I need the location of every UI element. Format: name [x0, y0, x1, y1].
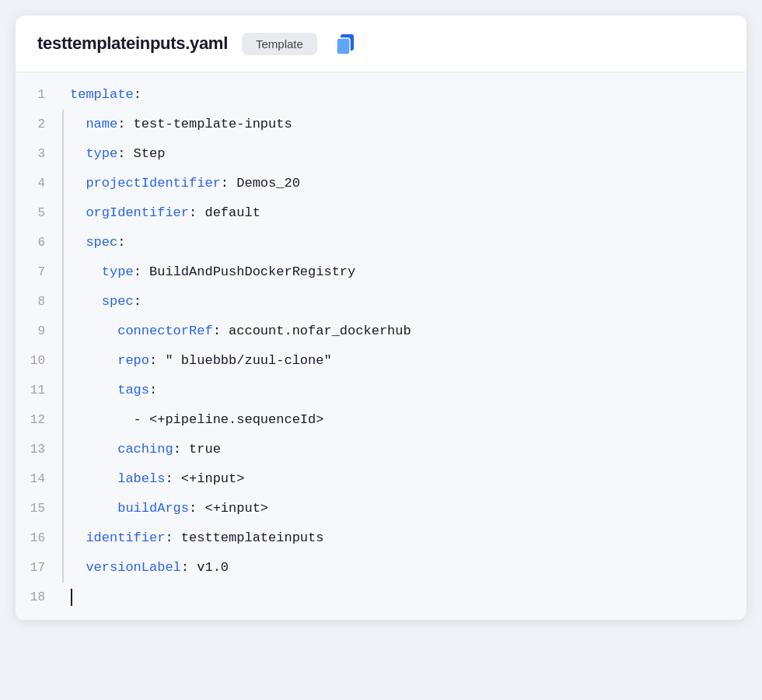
line-number: 2: [16, 110, 62, 139]
value-token: : v1.0: [181, 560, 229, 575]
code-line: 6 spec:: [16, 228, 746, 257]
keyword-token: name: [70, 117, 117, 131]
copy-icon[interactable]: [331, 30, 359, 58]
keyword-token: labels: [70, 471, 165, 486]
code-content: versionLabel: v1.0: [64, 553, 746, 583]
value-token: : <+input>: [165, 471, 244, 486]
code-line: 18: [16, 583, 746, 612]
line-number: 10: [16, 346, 62, 376]
code-content: tags:: [64, 376, 746, 405]
line-number: 1: [16, 80, 62, 110]
keyword-token: template: [70, 87, 134, 102]
code-line: 8 spec:: [16, 287, 746, 317]
line-number: 7: [16, 257, 62, 287]
code-content: connectorRef: account.nofar_dockerhub: [64, 317, 746, 346]
keyword-token: spec: [70, 235, 117, 250]
line-number: 17: [16, 553, 62, 583]
code-content: projectIdentifier: Demos_20: [64, 169, 746, 198]
template-badge-button[interactable]: Template: [242, 33, 317, 55]
code-content: - <+pipeline.sequenceId>: [64, 405, 746, 435]
code-content: caching: true: [64, 435, 746, 464]
code-line: 9 connectorRef: account.nofar_dockerhub: [16, 317, 746, 346]
keyword-token: tags: [70, 383, 149, 397]
line-number: 14: [16, 464, 62, 494]
value-token: : default: [189, 205, 260, 220]
line-number: 9: [16, 317, 62, 346]
value-token: : account.nofar_dockerhub: [213, 324, 411, 338]
code-line: 5 orgIdentifier: default: [16, 198, 746, 228]
keyword-token: type: [70, 146, 117, 161]
line-number: 6: [16, 228, 62, 257]
code-content: spec:: [64, 228, 746, 257]
line-number: 13: [16, 435, 62, 464]
code-line: 3 type: Step: [16, 139, 746, 169]
value-token: : test-template-inputs: [117, 117, 292, 131]
code-content: type: Step: [64, 139, 746, 169]
code-content: labels: <+input>: [64, 464, 746, 494]
editor-container: testtemplateinputs.yaml Template 1templa…: [16, 16, 746, 620]
value-token: : " bluebbb/zuul-clone": [149, 353, 332, 368]
code-content: buildArgs: <+input>: [64, 494, 746, 523]
keyword-token: versionLabel: [70, 560, 181, 575]
value-token: : <+input>: [189, 501, 268, 516]
line-number: 11: [16, 376, 62, 405]
code-area: 1template:2 name: test-template-inputs3 …: [16, 72, 746, 620]
code-content: [64, 583, 746, 612]
value-token: : Demos_20: [221, 176, 300, 191]
code-line: 17 versionLabel: v1.0: [16, 553, 746, 583]
keyword-token: connectorRef: [70, 324, 213, 338]
value-token: : true: [173, 442, 221, 457]
value-token: :: [134, 87, 142, 102]
value-token: - <+pipeline.sequenceId>: [70, 412, 323, 427]
code-line: 2 name: test-template-inputs: [16, 110, 746, 139]
keyword-token: type: [70, 264, 134, 279]
code-line: 7 type: BuildAndPushDockerRegistry: [16, 257, 746, 287]
code-content: repo: " bluebbb/zuul-clone": [64, 346, 746, 376]
code-line: 13 caching: true: [16, 435, 746, 464]
line-number: 12: [16, 405, 62, 435]
text-cursor: [71, 589, 72, 606]
line-number: 8: [16, 287, 62, 317]
line-number: 18: [16, 583, 62, 612]
value-token: :: [149, 383, 157, 397]
value-token: : BuildAndPushDockerRegistry: [134, 264, 356, 279]
editor-header: testtemplateinputs.yaml Template: [16, 16, 746, 72]
code-content: name: test-template-inputs: [64, 110, 746, 139]
code-content: template:: [64, 80, 746, 110]
value-token: :: [117, 235, 125, 250]
code-line: 16 identifier: testtemplateinputs: [16, 523, 746, 553]
keyword-token: repo: [70, 353, 149, 368]
code-line: 11 tags:: [16, 376, 746, 405]
code-line: 14 labels: <+input>: [16, 464, 746, 494]
line-number: 15: [16, 494, 62, 523]
value-token: :: [134, 294, 142, 309]
line-number: 16: [16, 523, 62, 553]
keyword-token: projectIdentifier: [70, 176, 221, 191]
code-line: 12 - <+pipeline.sequenceId>: [16, 405, 746, 435]
value-token: : Step: [117, 146, 165, 161]
svg-rect-1: [337, 38, 350, 54]
code-line: 1template:: [16, 80, 746, 110]
code-content: identifier: testtemplateinputs: [64, 523, 746, 553]
line-number: 3: [16, 139, 62, 169]
code-line: 4 projectIdentifier: Demos_20: [16, 169, 746, 198]
keyword-token: identifier: [70, 530, 165, 545]
value-token: : testtemplateinputs: [165, 530, 323, 545]
code-line: 10 repo: " bluebbb/zuul-clone": [16, 346, 746, 376]
line-number: 5: [16, 198, 62, 228]
code-line: 15 buildArgs: <+input>: [16, 494, 746, 523]
keyword-token: spec: [70, 294, 134, 309]
file-title: testtemplateinputs.yaml: [37, 33, 228, 54]
keyword-token: caching: [70, 442, 173, 457]
keyword-token: buildArgs: [70, 501, 189, 516]
code-content: orgIdentifier: default: [64, 198, 746, 228]
line-number: 4: [16, 169, 62, 198]
keyword-token: orgIdentifier: [70, 205, 189, 220]
code-content: spec:: [64, 287, 746, 317]
code-content: type: BuildAndPushDockerRegistry: [64, 257, 746, 287]
